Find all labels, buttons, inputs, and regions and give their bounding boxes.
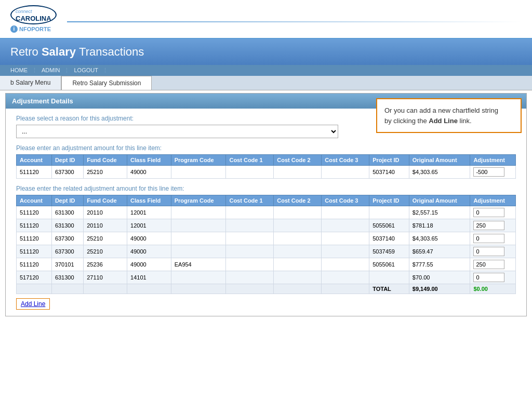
total-label: TOTAL bbox=[369, 284, 409, 294]
tab-retro-salary-submission[interactable]: Retro Salary Submission bbox=[61, 76, 152, 90]
table-row: 5111203701012523649000EA9545055061$777.5… bbox=[17, 258, 516, 271]
col2-programcode: Program Code bbox=[171, 195, 226, 206]
cell-adjustment[interactable] bbox=[470, 166, 516, 179]
col-deptid: Dept ID bbox=[51, 155, 83, 166]
col2-originalamt: Original Amount bbox=[409, 195, 470, 206]
add-line-link[interactable]: Add Line bbox=[16, 298, 50, 310]
tooltip-bold: Add Line bbox=[429, 117, 458, 125]
header-divider bbox=[67, 21, 522, 22]
main-content: Or you can add a new chartfield string b… bbox=[0, 93, 532, 322]
adjustment-table-2: Account Dept ID Fund Code Class Field Pr… bbox=[16, 195, 516, 294]
total-adjustment: $0.00 bbox=[470, 284, 516, 294]
adjustment-input[interactable] bbox=[473, 247, 504, 256]
col-originalamt: Original Amount bbox=[409, 155, 470, 166]
col-costcode2: Cost Code 2 bbox=[274, 155, 322, 166]
amount-label: Please enter an adjustment amount for th… bbox=[16, 144, 516, 152]
logo-i-icon: i bbox=[10, 25, 18, 33]
col-adjustment: Adjustment bbox=[470, 155, 516, 166]
tooltip-text1: Or you can add a new chartfield string bbox=[384, 107, 498, 114]
col-costcode1: Cost Code 1 bbox=[226, 155, 274, 166]
cell-account: 511120 bbox=[17, 166, 52, 179]
title-bar: Retro Salary Transactions bbox=[0, 39, 532, 65]
logo-oval: connect CAROLINA bbox=[10, 5, 57, 24]
tab-bar: b Salary Menu Retro Salary Submission bbox=[0, 76, 532, 90]
nav-bar: HOME ⋮ ADMIN ⋮ LOGOUT ⋮ bbox=[0, 65, 532, 76]
logo-connect-text: connect bbox=[16, 9, 32, 14]
logo-infoporte-row: i NFOPORTE bbox=[10, 25, 51, 33]
table-row: 5111206313002011012001$2,557.15 bbox=[17, 206, 516, 219]
table-row: 511120 637300 25210 49000 5037140 $4,303… bbox=[17, 166, 516, 179]
tooltip-text3: link. bbox=[458, 117, 472, 125]
nav-admin[interactable]: ADMIN bbox=[42, 67, 60, 74]
tooltip-box: Or you can add a new chartfield string b… bbox=[376, 98, 522, 133]
table-row: 51112063730025210490005037140$4,303.65 bbox=[17, 232, 516, 245]
table2-header-row: Account Dept ID Fund Code Class Field Pr… bbox=[17, 195, 516, 206]
adjustment-input[interactable] bbox=[473, 273, 504, 282]
col-classfield: Class Field bbox=[127, 155, 171, 166]
col-projectid: Project ID bbox=[369, 155, 409, 166]
logo: connect CAROLINA i NFOPORTE bbox=[10, 5, 57, 33]
total-row: TOTAL$9,149.00$0.00 bbox=[17, 284, 516, 294]
table-row: 51112063130020110120015055061$781.18 bbox=[17, 219, 516, 232]
col2-deptid: Dept ID bbox=[51, 195, 83, 206]
adjustment-input[interactable] bbox=[473, 260, 504, 269]
table1-header-row: Account Dept ID Fund Code Class Field Pr… bbox=[17, 155, 516, 166]
adjustment-table-1: Account Dept ID Fund Code Class Field Pr… bbox=[16, 154, 516, 179]
cell-costcode1 bbox=[226, 166, 274, 179]
reason-select[interactable]: ... bbox=[16, 125, 338, 138]
col-fundcode: Fund Code bbox=[84, 155, 127, 166]
cell-programcode bbox=[171, 166, 226, 179]
cell-originalamt: $4,303.65 bbox=[409, 166, 470, 179]
col2-costcode1: Cost Code 1 bbox=[226, 195, 274, 206]
col-programcode: Program Code bbox=[171, 155, 226, 166]
adjustment-input[interactable] bbox=[473, 167, 504, 177]
nav-home[interactable]: HOME bbox=[10, 67, 28, 74]
col-account: Account bbox=[17, 155, 52, 166]
table-row: 5171206313002711014101$70.00 bbox=[17, 271, 516, 284]
adjustment-input[interactable] bbox=[473, 221, 504, 230]
col2-classfield: Class Field bbox=[127, 195, 171, 206]
col2-projectid: Project ID bbox=[369, 195, 409, 206]
adj-panel-body: Please select a reason for this adjustme… bbox=[6, 109, 526, 316]
cell-deptid: 637300 bbox=[51, 166, 83, 179]
cell-classfield: 49000 bbox=[127, 166, 171, 179]
total-amount: $9,149.00 bbox=[409, 284, 470, 294]
table-row: 51112063730025210490005037459$659.47 bbox=[17, 245, 516, 258]
adjustment-input[interactable] bbox=[473, 234, 504, 243]
add-line-container: Add Line bbox=[16, 298, 516, 310]
col2-fundcode: Fund Code bbox=[84, 195, 127, 206]
nav-logout[interactable]: LOGOUT bbox=[74, 67, 98, 74]
related-label: Please enter the related adjustment amou… bbox=[16, 185, 516, 192]
col2-account: Account bbox=[17, 195, 52, 206]
col-costcode3: Cost Code 3 bbox=[322, 155, 369, 166]
cell-projectid: 5037140 bbox=[369, 166, 409, 179]
col2-costcode3: Cost Code 3 bbox=[322, 195, 369, 206]
tooltip-text2: by clicking the bbox=[384, 117, 429, 125]
cell-fundcode: 25210 bbox=[84, 166, 127, 179]
tab-salary-menu[interactable]: b Salary Menu bbox=[0, 76, 61, 90]
page-title: Retro Salary Transactions bbox=[10, 45, 522, 59]
cell-costcode2 bbox=[274, 166, 322, 179]
col2-costcode2: Cost Code 2 bbox=[274, 195, 322, 206]
logo-infoporte-text: NFOPORTE bbox=[19, 26, 51, 32]
adjustment-input[interactable] bbox=[473, 208, 504, 217]
page-header: connect CAROLINA i NFOPORTE bbox=[0, 0, 532, 39]
logo-carolina-text: CAROLINA bbox=[16, 15, 51, 22]
cell-costcode3 bbox=[322, 166, 369, 179]
col2-adjustment: Adjustment bbox=[470, 195, 516, 206]
